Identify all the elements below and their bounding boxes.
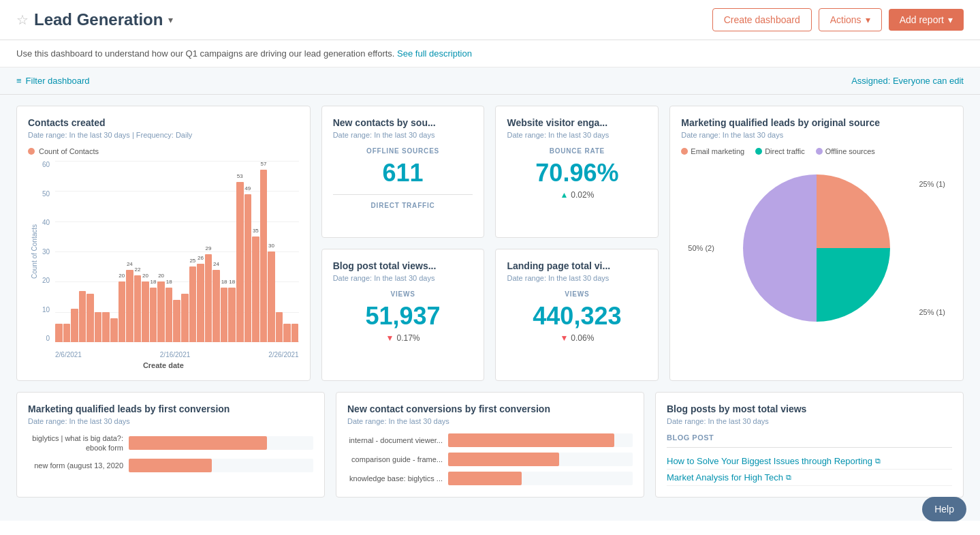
- blog-views-title: Blog post total views...: [333, 260, 473, 271]
- list-item: internal - document viewer...: [347, 433, 633, 447]
- bar-item: 18: [228, 161, 236, 342]
- new-contacts-card: New contacts by sou... Date range: In th…: [321, 106, 485, 238]
- landing-views-subtitle: Date range: In the last 30 days: [507, 274, 647, 282]
- external-link-icon: ⧉: [786, 473, 791, 482]
- bar-value-label: 18: [229, 279, 235, 285]
- bar-item: [173, 161, 180, 342]
- list-item: biglytics | what is big data?:ebook form: [28, 433, 313, 453]
- header-actions: Create dashboard Actions ▾ Add report ▾: [712, 8, 964, 31]
- bar: [86, 294, 94, 342]
- bar-value-label: 29: [206, 245, 212, 251]
- bar-item: 25: [189, 161, 197, 342]
- mql-conversion-subtitle: Date range: In the last 30 days: [28, 417, 313, 425]
- add-report-button[interactable]: Add report ▾: [889, 9, 964, 31]
- bar-value-label: 18: [151, 279, 157, 285]
- bar-item: 49: [244, 161, 252, 342]
- contacts-legend-dot: [28, 148, 35, 155]
- blog-post-link-2[interactable]: Market Analysis for High Tech ⧉: [667, 470, 952, 486]
- bar-item: 20: [118, 161, 126, 342]
- bar: [71, 309, 78, 342]
- pie-label-teal: 25% (1): [919, 308, 945, 316]
- bar: 22: [134, 275, 142, 342]
- bar: 18: [221, 288, 228, 342]
- bar: [181, 294, 189, 342]
- blog-views-subtitle: Date range: In the last 30 days: [333, 274, 473, 282]
- landing-views-change: ▼ 0.06%: [507, 333, 647, 343]
- bar-item: 18: [150, 161, 157, 342]
- bars-area: 202422201820182526292418185349355730: [55, 161, 299, 342]
- bounce-change: ▲ 0.02%: [507, 190, 647, 200]
- bar: 24: [212, 270, 220, 342]
- bar-item: 24: [126, 161, 133, 342]
- assigned-info: Assigned: Everyone can edit: [851, 76, 964, 86]
- bar-item: [283, 161, 291, 342]
- contacts-card-subtitle: Date range: In the last 30 days | Freque…: [28, 131, 299, 139]
- blog-views-card: Blog post total views... Date range: In …: [321, 249, 485, 381]
- help-button[interactable]: Help: [922, 497, 966, 521]
- bar: [276, 312, 283, 342]
- bar-value-label: 30: [268, 243, 274, 249]
- conversions-subtitle: Date range: In the last 30 days: [347, 417, 633, 425]
- bar-item: [71, 161, 78, 342]
- bar: 18: [165, 288, 173, 342]
- bar-value-label: 24: [213, 261, 219, 267]
- mql-source-card: Marketing qualified leads by original so…: [669, 106, 964, 381]
- bar: 18: [228, 288, 236, 342]
- bar: 49: [244, 194, 252, 342]
- bar-value-label: 35: [253, 228, 259, 234]
- filter-dashboard-button[interactable]: ≡ Filter dashboard: [16, 76, 90, 86]
- create-dashboard-button[interactable]: Create dashboard: [712, 8, 812, 31]
- bar-item: [181, 161, 189, 342]
- blog-views-change: ▼ 0.17%: [333, 333, 473, 343]
- contacts-created-card: Contacts created Date range: In the last…: [16, 106, 311, 381]
- chevron-down-icon[interactable]: ▾: [168, 14, 173, 25]
- new-contacts-title: New contacts by sou...: [333, 117, 473, 128]
- bar-item: [102, 161, 110, 342]
- blog-posts-subtitle: Date range: In the last 30 days: [667, 417, 952, 425]
- bar-item: 24: [212, 161, 220, 342]
- bar-value-label: 20: [142, 273, 148, 279]
- bounce-metrics: BOUNCE RATE 70.96% ▲ 0.02%: [507, 147, 647, 200]
- bar: 35: [252, 236, 259, 342]
- description-text: Use this dashboard to understand how our…: [16, 48, 394, 59]
- bar: [95, 312, 102, 342]
- landing-views-metrics: VIEWS 440,323 ▼ 0.06%: [507, 290, 647, 343]
- blog-posts-title: Blog posts by most total views: [667, 403, 952, 414]
- row-2: Marketing qualified leads by first conve…: [16, 392, 964, 498]
- actions-chevron-icon: ▾: [866, 14, 870, 25]
- bar-item: [110, 161, 118, 342]
- bars-container: 202422201820182526292418185349355730: [55, 161, 299, 342]
- list-item: new form (august 13, 2020: [28, 459, 313, 472]
- bar-item: [291, 161, 299, 342]
- mql-source-subtitle: Date range: In the last 30 days: [681, 131, 952, 139]
- header: ☆ Lead Generation ▾ Create dashboard Act…: [0, 0, 980, 40]
- visitor-engagement-card: Website visitor enga... Date range: In t…: [495, 106, 659, 238]
- bar: 57: [260, 170, 268, 342]
- assigned-value[interactable]: Everyone can edit: [893, 76, 964, 86]
- bar: 29: [205, 254, 212, 342]
- page-title: Lead Generation: [34, 10, 163, 29]
- bar: [79, 291, 86, 342]
- bar-value-label: 18: [221, 279, 227, 285]
- bar-item: [63, 161, 71, 342]
- blog-views-arrow-down-icon: ▼: [386, 333, 394, 343]
- see-full-description-link[interactable]: See full description: [397, 48, 472, 59]
- bar-value-label: 20: [118, 273, 125, 279]
- bar: 24: [126, 270, 133, 342]
- x-axis-title: Create date: [28, 361, 299, 369]
- bar-item: [86, 161, 94, 342]
- bar-item: 20: [142, 161, 149, 342]
- middle-right-column: Website visitor enga... Date range: In t…: [495, 106, 659, 381]
- bar: 53: [236, 182, 244, 342]
- middle-left-column: New contacts by sou... Date range: In th…: [321, 106, 485, 381]
- actions-button[interactable]: Actions ▾: [819, 8, 882, 31]
- blog-post-link-1[interactable]: How to Solve Your Biggest Issues through…: [667, 453, 952, 470]
- mql-conversion-card: Marketing qualified leads by first conve…: [16, 392, 325, 498]
- bar-value-label: 20: [158, 273, 164, 279]
- bar-value-label: 49: [244, 185, 251, 192]
- star-icon[interactable]: ☆: [16, 12, 29, 28]
- bar-item: [95, 161, 102, 342]
- bar: 20: [157, 281, 165, 342]
- header-left: ☆ Lead Generation ▾: [16, 10, 173, 29]
- bar-value-label: 22: [134, 266, 140, 273]
